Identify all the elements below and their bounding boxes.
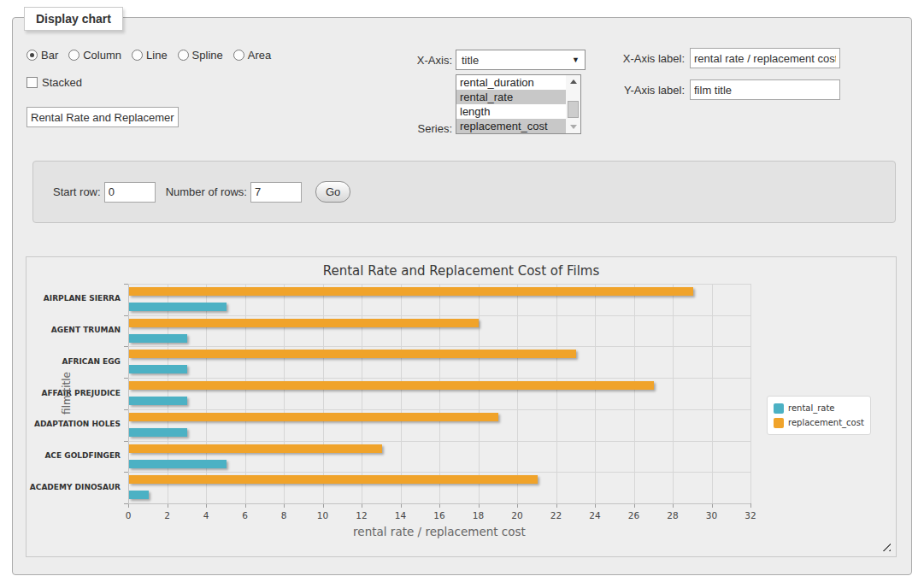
x-gridline xyxy=(673,284,674,503)
bar-replacement_cost[interactable] xyxy=(129,413,498,421)
radio-line-label: Line xyxy=(146,49,168,62)
series-listbox[interactable]: rental_duration rental_rate length repla… xyxy=(456,74,581,134)
x-gridline xyxy=(323,284,324,503)
bar-replacement_cost[interactable] xyxy=(129,475,538,484)
x-gridline xyxy=(634,284,635,503)
radio-area-icon[interactable] xyxy=(233,50,244,61)
fieldset-legend: Display chart xyxy=(24,7,123,31)
x-tick-mark xyxy=(750,503,751,508)
y-tick-mark xyxy=(124,284,128,285)
stacked-label: Stacked xyxy=(42,76,82,89)
radio-spline-icon[interactable] xyxy=(178,50,189,61)
x-tick-label: 32 xyxy=(738,510,763,520)
number-of-rows-input[interactable] xyxy=(250,182,302,203)
x-gridline xyxy=(245,284,246,503)
radio-area-label: Area xyxy=(248,49,271,62)
legend-item-rental_rate[interactable]: rental_rate xyxy=(774,401,864,415)
x-tick-label: 28 xyxy=(660,510,686,520)
stacked-checkbox-row[interactable]: Stacked xyxy=(26,76,82,89)
x-gridline xyxy=(168,284,168,503)
radio-bar[interactable]: Bar xyxy=(26,49,58,62)
radio-column[interactable]: Column xyxy=(68,49,121,62)
x-tick-label: 26 xyxy=(621,510,647,520)
radio-line-icon[interactable] xyxy=(132,50,143,61)
bar-replacement_cost[interactable] xyxy=(129,319,479,327)
start-row-input[interactable] xyxy=(104,182,156,203)
y-axis-label-input[interactable] xyxy=(690,79,840,100)
x-tick-label: 16 xyxy=(427,510,452,520)
category-label: ACADEMY DINOSAUR xyxy=(26,483,121,491)
x-axis-label-input[interactable] xyxy=(690,48,840,68)
chevron-down-icon: ▼ xyxy=(572,56,580,64)
x-axis-select-value: title xyxy=(462,54,572,67)
x-gridline xyxy=(595,284,596,503)
x-tick-label: 24 xyxy=(582,510,608,520)
row-controls-panel: Start row: Number of rows: Go xyxy=(32,161,896,223)
radio-spline[interactable]: Spline xyxy=(178,49,223,62)
x-tick-label: 12 xyxy=(349,510,374,520)
scrollbar-thumb[interactable] xyxy=(568,101,579,118)
bar-replacement_cost[interactable] xyxy=(129,287,693,296)
y-gridline xyxy=(128,284,750,285)
x-tick-label: 30 xyxy=(699,510,725,520)
legend-swatch-icon xyxy=(774,418,784,428)
x-tick-label: 14 xyxy=(388,510,414,520)
y-gridline xyxy=(128,315,750,316)
chart-type-radio-group: Bar Column Line Spline Area xyxy=(26,49,276,62)
series-option-length[interactable]: length xyxy=(456,104,567,119)
bar-rental_rate[interactable] xyxy=(129,491,149,499)
x-tick-label: 0 xyxy=(115,510,141,520)
bar-rental_rate[interactable] xyxy=(129,334,187,343)
series-option-rental-rate[interactable]: rental_rate xyxy=(456,90,567,104)
x-axis-select[interactable]: title ▼ xyxy=(456,50,586,70)
x-gridline xyxy=(750,284,751,503)
category-label: AGENT TRUMAN xyxy=(26,326,121,334)
legend-item-replacement_cost[interactable]: replacement_cost xyxy=(774,415,864,430)
series-option-rental-duration[interactable]: rental_duration xyxy=(456,75,567,90)
legend-swatch-icon xyxy=(774,403,784,414)
bar-rental_rate[interactable] xyxy=(129,397,187,405)
go-button[interactable]: Go xyxy=(315,181,350,203)
category-label: AFFAIR PREJUDICE xyxy=(26,389,121,397)
category-label: ADAPTATION HOLES xyxy=(26,420,121,428)
x-tick-label: 18 xyxy=(466,510,491,520)
series-option-replacement-cost[interactable]: replacement_cost xyxy=(456,119,567,133)
chart-title-input[interactable] xyxy=(26,107,179,127)
bar-rental_rate[interactable] xyxy=(129,460,227,468)
bar-replacement_cost[interactable] xyxy=(129,350,576,358)
listbox-scrollbar[interactable] xyxy=(566,75,580,133)
bar-replacement_cost[interactable] xyxy=(129,444,382,453)
radio-area[interactable]: Area xyxy=(233,49,271,62)
category-label: AFRICAN EGG xyxy=(26,357,121,366)
y-tick-mark xyxy=(124,378,128,379)
radio-column-icon[interactable] xyxy=(68,50,79,61)
x-gridline xyxy=(439,284,440,503)
chart-y-axis-title: film title xyxy=(61,372,73,414)
x-gridline xyxy=(556,284,557,503)
legend-label: replacement_cost xyxy=(788,418,864,427)
bar-rental_rate[interactable] xyxy=(129,428,187,437)
y-gridline xyxy=(128,409,750,410)
resize-handle-icon[interactable] xyxy=(881,542,891,551)
radio-bar-icon[interactable] xyxy=(26,50,38,61)
category-label: AIRPLANE SIERRA xyxy=(26,294,121,303)
x-gridline xyxy=(401,284,402,503)
scroll-up-icon[interactable] xyxy=(567,75,580,88)
stacked-checkbox[interactable] xyxy=(26,77,38,88)
legend-label: rental_rate xyxy=(788,403,835,413)
chart-x-axis-title: rental rate / replacement cost xyxy=(128,525,750,538)
y-gridline xyxy=(128,441,750,442)
y-gridline xyxy=(128,503,750,504)
radio-line[interactable]: Line xyxy=(132,49,168,62)
bar-rental_rate[interactable] xyxy=(129,303,227,311)
x-tick-label: 8 xyxy=(271,510,297,520)
bar-rental_rate[interactable] xyxy=(129,365,187,373)
start-row-label: Start row: xyxy=(53,185,101,198)
y-gridline xyxy=(128,472,750,473)
bar-replacement_cost[interactable] xyxy=(129,381,654,390)
scroll-down-icon[interactable] xyxy=(567,121,580,133)
x-tick-label: 6 xyxy=(232,510,258,520)
series-select-label: Series: xyxy=(389,122,452,135)
y-axis-label-label: Y-Axis label: xyxy=(601,84,685,97)
y-gridline xyxy=(128,378,750,379)
